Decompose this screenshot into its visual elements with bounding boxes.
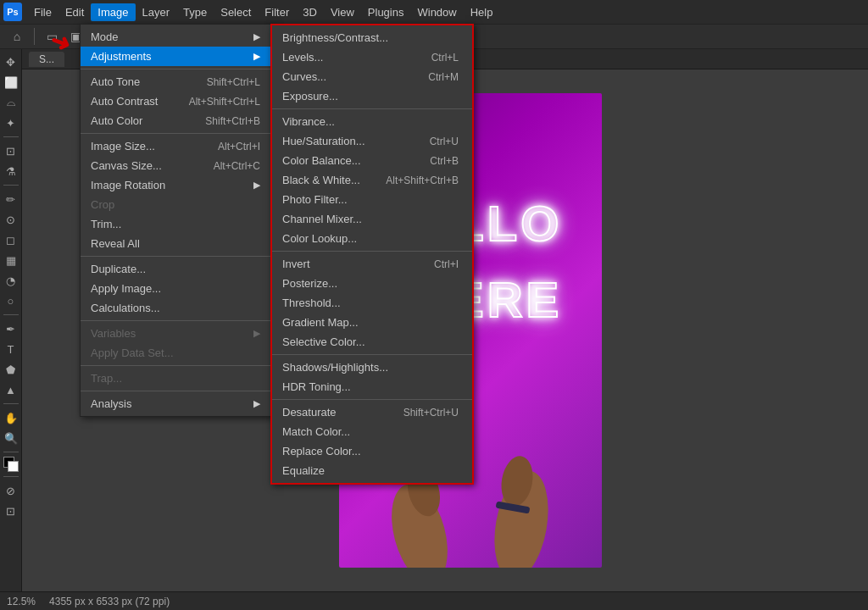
tool-pen[interactable]: ✒ (2, 319, 20, 338)
menu-edit[interactable]: Edit (58, 3, 91, 21)
tool-dodge[interactable]: ○ (2, 291, 20, 310)
adj-threshold[interactable]: Threshold... (272, 293, 472, 313)
adj-color-lookup[interactable]: Color Lookup... (272, 229, 472, 248)
invert-shortcut: Ctrl+I (434, 258, 459, 270)
tool-brush[interactable]: ✏ (2, 190, 20, 208)
menu-item-crop[interactable]: Crop (81, 195, 274, 214)
adj-posterize[interactable]: Posterize... (272, 274, 472, 293)
menu-item-image-size[interactable]: Image Size... Alt+Ctrl+I (81, 136, 274, 156)
adj-invert[interactable]: Invert Ctrl+I (272, 254, 472, 274)
desaturate-shortcut: Shift+Ctrl+U (403, 407, 459, 419)
image-menu-sep-1 (81, 69, 274, 69)
curves-label: Curves... (282, 70, 326, 83)
menu-item-image-rotation[interactable]: Image Rotation ▶ (81, 175, 274, 195)
tool-lasso[interactable]: ⌓ (2, 93, 20, 112)
adjustments-arrow: ▶ (253, 51, 260, 62)
adj-shadows-highlights[interactable]: Shadows/Highlights... (272, 358, 472, 377)
tool-eraser[interactable]: ◻ (2, 230, 20, 249)
tool-magic-wand[interactable]: ✦ (2, 114, 20, 132)
tool-path[interactable]: ⬟ (2, 360, 20, 379)
tool-text[interactable]: T (2, 340, 20, 358)
replace-color-label: Replace Color... (282, 445, 361, 458)
tool-zoom[interactable]: 🔍 (2, 429, 20, 447)
menu-item-auto-color[interactable]: Auto Color Shift+Ctrl+B (81, 111, 274, 130)
menu-item-auto-tone[interactable]: Auto Tone Shift+Ctrl+L (81, 72, 274, 92)
image-menu-dropdown: Mode ▶ Adjustments ▶ Auto Tone Shift+Ctr… (80, 24, 275, 417)
menu-view[interactable]: View (324, 3, 361, 21)
menu-filter[interactable]: Filter (258, 3, 296, 21)
levels-shortcut: Ctrl+L (431, 52, 459, 64)
menu-item-mode[interactable]: Mode ▶ (81, 27, 274, 47)
trim-label: Trim... (91, 218, 121, 230)
tool-hand[interactable]: ✋ (2, 408, 20, 427)
menu-layer[interactable]: Layer (136, 3, 177, 21)
color-swatch[interactable] (3, 457, 19, 472)
menu-image[interactable]: Image (91, 3, 135, 21)
adj-equalize[interactable]: Equalize (272, 461, 472, 480)
menu-item-adjustments[interactable]: Adjustments ▶ (81, 47, 274, 66)
tool-blur[interactable]: ◔ (2, 271, 20, 290)
menu-type[interactable]: Type (176, 3, 214, 21)
tool-quick-mask[interactable]: ⊘ (2, 481, 20, 500)
toolbar-sep-1 (34, 28, 35, 45)
tool-move[interactable]: ✥ (2, 53, 20, 71)
background-color[interactable] (8, 461, 19, 472)
adj-selective-color[interactable]: Selective Color... (272, 332, 472, 352)
adj-levels[interactable]: Levels... Ctrl+L (272, 47, 472, 67)
tool-sep-6 (3, 476, 19, 477)
zoom-level: 12.5% (7, 596, 36, 607)
adj-black-white[interactable]: Black & White... Alt+Shift+Ctrl+B (272, 170, 472, 190)
image-menu-sep-3 (81, 256, 274, 257)
adj-color-balance[interactable]: Color Balance... Ctrl+B (272, 151, 472, 170)
menu-3d[interactable]: 3D (296, 3, 324, 21)
menu-item-reveal-all[interactable]: Reveal All (81, 234, 274, 253)
adj-desaturate[interactable]: Desaturate Shift+Ctrl+U (272, 402, 472, 422)
menu-item-calculations[interactable]: Calculations... (81, 298, 274, 318)
menu-plugins[interactable]: Plugins (361, 3, 411, 21)
menu-item-duplicate[interactable]: Duplicate... (81, 259, 274, 279)
adj-vibrance[interactable]: Vibrance... (272, 112, 472, 131)
gradient-map-label: Gradient Map... (282, 316, 359, 329)
equalize-label: Equalize (282, 464, 325, 477)
adj-exposure[interactable]: Exposure... (272, 86, 472, 106)
tool-sep-1 (3, 136, 19, 137)
image-rotation-arrow: ▶ (253, 180, 260, 191)
menu-item-canvas-size[interactable]: Canvas Size... Alt+Ctrl+C (81, 156, 274, 175)
crop-label: Crop (91, 198, 114, 211)
menu-file[interactable]: File (27, 3, 58, 21)
hue-saturation-shortcut: Ctrl+U (430, 136, 459, 147)
menu-item-variables[interactable]: Variables ▶ (81, 324, 274, 343)
image-menu-sep-2 (81, 133, 274, 134)
adj-channel-mixer[interactable]: Channel Mixer... (272, 209, 472, 229)
tool-select-rect[interactable]: ⬜ (2, 73, 20, 92)
adj-gradient-map[interactable]: Gradient Map... (272, 313, 472, 332)
adj-photo-filter[interactable]: Photo Filter... (272, 190, 472, 209)
menu-item-trap[interactable]: Trap... (81, 369, 274, 388)
tool-shape[interactable]: ▲ (2, 380, 20, 399)
document-dimensions: 4355 px x 6533 px (72 ppi) (49, 596, 170, 607)
tool-gradient[interactable]: ▦ (2, 251, 20, 269)
adj-hue-saturation[interactable]: Hue/Saturation... Ctrl+U (272, 131, 472, 151)
adj-curves[interactable]: Curves... Ctrl+M (272, 67, 472, 86)
menu-item-analysis[interactable]: Analysis ▶ (81, 394, 274, 413)
menu-item-apply-data-set[interactable]: Apply Data Set... (81, 343, 274, 363)
toolbar-home[interactable]: ⌂ (7, 26, 27, 47)
menu-item-apply-image[interactable]: Apply Image... (81, 279, 274, 298)
adj-brightness-contrast[interactable]: Brightness/Contrast... (272, 28, 472, 47)
tool-crop[interactable]: ⊡ (2, 141, 20, 160)
menu-item-auto-contrast[interactable]: Auto Contrast Alt+Shift+Ctrl+L (81, 92, 274, 111)
adj-match-color[interactable]: Match Color... (272, 422, 472, 441)
tool-clone[interactable]: ⊙ (2, 210, 20, 229)
adj-replace-color[interactable]: Replace Color... (272, 441, 472, 461)
adjustments-submenu: Brightness/Contrast... Levels... Ctrl+L … (270, 24, 474, 485)
menu-help[interactable]: Help (464, 3, 500, 21)
menu-window[interactable]: Window (410, 3, 463, 21)
adj-hdr-toning[interactable]: HDR Toning... (272, 377, 472, 396)
tool-screen-mode[interactable]: ⊡ (2, 502, 20, 520)
image-size-label: Image Size... (91, 140, 155, 152)
image-menu-sep-6 (81, 391, 274, 391)
menu-item-trim[interactable]: Trim... (81, 214, 274, 234)
tool-eyedropper[interactable]: ⚗ (2, 162, 20, 180)
image-size-shortcut: Alt+Ctrl+I (218, 141, 260, 152)
menu-select[interactable]: Select (214, 3, 258, 21)
